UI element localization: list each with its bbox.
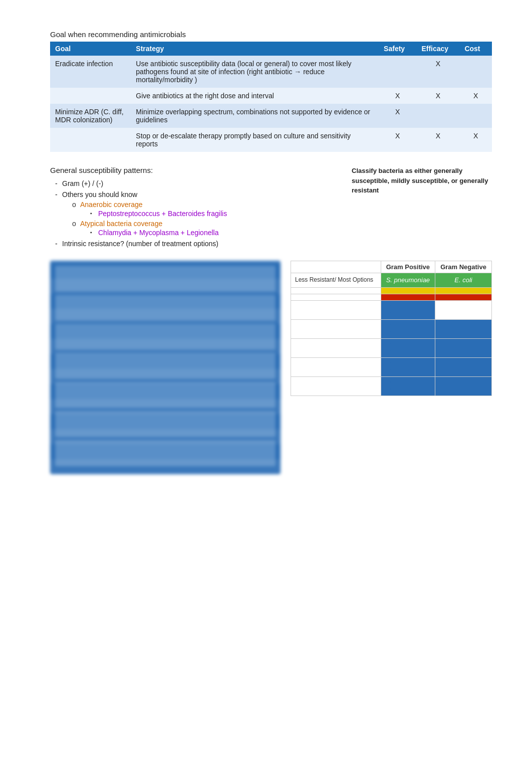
table-cell-3-1: Stop or de-escalate therapy promptly bas…	[131, 128, 379, 152]
table-row: Minimize ADR (C. diff, MDR colonization)…	[50, 104, 492, 128]
table-cell-2-2: X	[379, 104, 416, 128]
resistance-row	[291, 319, 492, 338]
goals-table: Goal Strategy Safety Efficacy Cost Eradi…	[50, 42, 492, 152]
table-cell-1-3: X	[416, 88, 459, 104]
sub-list-others: Anaerobic coverage Peptostreptococcus + …	[62, 201, 332, 237]
table-cell-0-2	[379, 56, 416, 88]
blue-pill	[390, 343, 425, 352]
res-gp-4	[381, 319, 435, 338]
table-cell-1-1: Give antibiotics at the right dose and i…	[131, 88, 379, 104]
res-label-6	[291, 357, 381, 376]
col-header-cost: Cost	[459, 42, 492, 56]
susceptibility-left: General susceptibility patterns: Gram (+…	[50, 166, 332, 256]
res-gp-7	[381, 376, 435, 396]
res-gn-6	[435, 357, 492, 376]
resistance-row	[291, 357, 492, 376]
table-cell-0-4	[459, 56, 492, 88]
blurred-chart-left	[50, 261, 281, 474]
res-col-gn: Gram Negative	[435, 261, 492, 273]
col-header-goal: Goal	[50, 42, 131, 56]
res-gp-2	[381, 294, 435, 300]
table-cell-0-1: Use antibiotic susceptibility data (loca…	[131, 56, 379, 88]
res-gp-1	[381, 287, 435, 294]
anaerobic-label: Anaerobic coverage	[80, 201, 143, 209]
table-cell-1-4: X	[459, 88, 492, 104]
res-gn-2	[435, 294, 492, 300]
res-label-7	[291, 376, 381, 396]
res-gp-3	[381, 300, 435, 319]
res-gn-4	[435, 319, 492, 338]
res-gn-0: E. coli	[435, 273, 492, 288]
res-label-0: Less Resistant/ Most Options	[291, 273, 381, 288]
table-cell-2-4	[459, 104, 492, 128]
sub-item-anaerobic: Anaerobic coverage Peptostreptococcus + …	[72, 201, 332, 218]
classify-box: Classify bacteria as either generally su…	[352, 166, 492, 196]
sub-sub-peptostrep: Peptostreptococcus + Bacteroides fragili…	[90, 210, 332, 218]
chart-overlay	[50, 261, 281, 474]
table-cell-0-0: Eradicate infection	[50, 56, 131, 88]
table-cell-0-3: X	[416, 56, 459, 88]
table-cell-1-0	[50, 88, 131, 104]
res-label-4	[291, 319, 381, 338]
susceptibility-section: General susceptibility patterns: Gram (+…	[50, 166, 492, 256]
resistance-row	[291, 376, 492, 396]
res-label-2	[291, 294, 381, 300]
resistance-row	[291, 338, 492, 357]
blue-pill	[390, 305, 425, 314]
chart-section: Gram Positive Gram Negative Less Resista…	[50, 261, 492, 474]
susceptibility-bullet-list: Gram (+) / (-) Others you should know An…	[50, 179, 332, 248]
sub-sub-chlamydia: Chlamydia + Mycoplasma + Legionella	[90, 229, 332, 237]
bullet-intrinsic: Intrinsic resistance? (number of treatme…	[55, 240, 332, 248]
sub-sub-anaerobic: Peptostreptococcus + Bacteroides fragili…	[80, 210, 332, 218]
table-cell-2-3	[416, 104, 459, 128]
blue-pill-gn	[446, 324, 481, 333]
table-cell-3-2: X	[379, 128, 416, 152]
table-row: Eradicate infectionUse antibiotic suscep…	[50, 56, 492, 88]
table-cell-2-0: Minimize ADR (C. diff, MDR colonization)	[50, 104, 131, 128]
table-cell-2-1: Minimize overlapping spectrum, combinati…	[131, 104, 379, 128]
susceptibility-title: General susceptibility patterns:	[50, 166, 332, 174]
resistance-table: Gram Positive Gram Negative Less Resista…	[291, 261, 492, 396]
table-cell-3-3: X	[416, 128, 459, 152]
res-label-1	[291, 287, 381, 294]
res-gn-5	[435, 338, 492, 357]
res-gn-3	[435, 300, 492, 319]
blue-pill-gn	[446, 362, 481, 371]
table-cell-3-0	[50, 128, 131, 152]
resistance-chart-right: Gram Positive Gram Negative Less Resista…	[291, 261, 492, 474]
resistance-row	[291, 294, 492, 300]
res-gp-6	[381, 357, 435, 376]
res-col-label	[291, 261, 381, 273]
blue-pill	[390, 381, 425, 390]
res-label-5	[291, 338, 381, 357]
sub-item-atypical: Atypical bacteria coverage Chlamydia + M…	[72, 220, 332, 237]
table-row: Give antibiotics at the right dose and i…	[50, 88, 492, 104]
res-label-3	[291, 300, 381, 319]
goals-table-title: Goal when recommending antimicrobials	[50, 30, 492, 39]
resistance-row	[291, 300, 492, 319]
res-gn-7	[435, 376, 492, 396]
table-cell-1-2: X	[379, 88, 416, 104]
bullet-gram: Gram (+) / (-)	[55, 179, 332, 187]
resistance-row	[291, 287, 492, 294]
col-header-efficacy: Efficacy	[416, 42, 459, 56]
blue-pill	[390, 324, 425, 333]
atypical-label: Atypical bacteria coverage	[80, 220, 162, 228]
col-header-safety: Safety	[379, 42, 416, 56]
resistance-row: Less Resistant/ Most OptionsS. pneumonia…	[291, 273, 492, 288]
blue-pill-gn	[446, 381, 481, 390]
col-header-strategy: Strategy	[131, 42, 379, 56]
res-gp-0: S. pneumoniae	[381, 273, 435, 288]
blue-pill	[390, 362, 425, 371]
blue-pill-gn	[446, 343, 481, 352]
res-gn-1	[435, 287, 492, 294]
table-row: Stop or de-escalate therapy promptly bas…	[50, 128, 492, 152]
table-cell-3-4: X	[459, 128, 492, 152]
res-gp-5	[381, 338, 435, 357]
res-col-gp: Gram Positive	[381, 261, 435, 273]
bullet-others: Others you should know Anaerobic coverag…	[55, 190, 332, 237]
sub-sub-atypical: Chlamydia + Mycoplasma + Legionella	[80, 229, 332, 237]
